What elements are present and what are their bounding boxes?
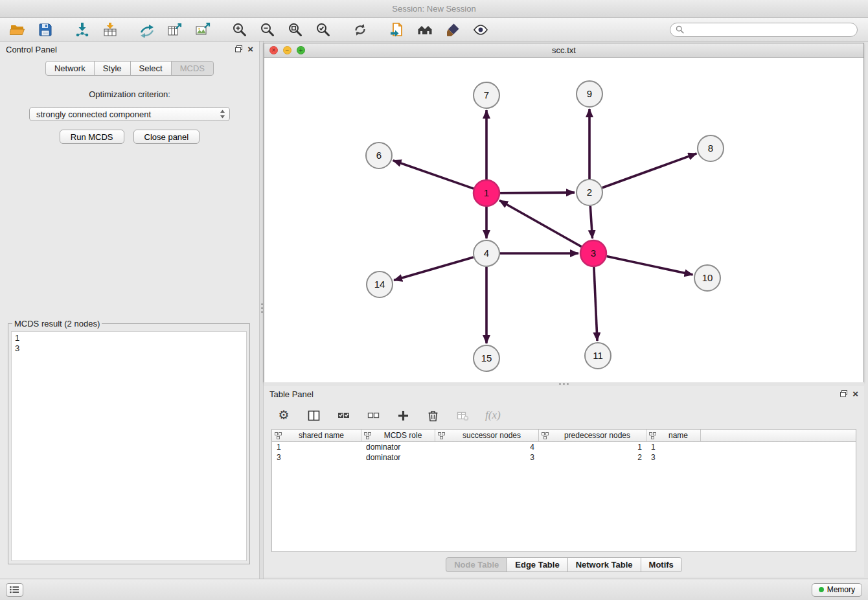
table-cell[interactable]: 1	[272, 442, 361, 452]
close-mcds-panel-button[interactable]: Close panel	[133, 130, 200, 144]
style-brush-button[interactable]	[443, 20, 463, 40]
tab-network-table[interactable]: Network Table	[567, 557, 641, 572]
edge-4-14[interactable]	[394, 257, 474, 281]
select-arrows-icon	[220, 110, 225, 119]
table-cell[interactable]: 1	[539, 442, 646, 452]
zoom-in-button[interactable]	[230, 20, 249, 40]
column-header-predecessor-nodes[interactable]: predecessor nodes	[539, 430, 646, 442]
tab-motifs[interactable]: Motifs	[641, 557, 682, 572]
network-maximize-button[interactable]: +	[297, 46, 305, 54]
graph-node-1[interactable]: 1	[474, 180, 499, 206]
network-graph[interactable]: 7968124310141511	[264, 58, 863, 382]
table-cell[interactable]: dominator	[361, 442, 435, 452]
float-panel-button[interactable]	[235, 45, 242, 54]
table-toolbar: ⚙ f(x)	[264, 402, 864, 429]
memory-button[interactable]: Memory	[812, 583, 862, 597]
home-button[interactable]	[415, 20, 435, 40]
edge-3-10[interactable]	[607, 256, 693, 275]
mcds-result-list[interactable]: 13	[11, 331, 247, 561]
edge-3-11[interactable]	[594, 267, 597, 341]
graph-node-8[interactable]: 8	[698, 135, 724, 161]
create-column-button[interactable]	[396, 408, 410, 422]
table-settings-button[interactable]: ⚙	[277, 408, 291, 422]
zoom-out-button[interactable]	[258, 20, 277, 40]
edge-2-8[interactable]	[602, 154, 697, 188]
show-columns-button[interactable]	[306, 408, 321, 422]
open-session-button[interactable]	[8, 20, 27, 40]
graph-node-9[interactable]: 9	[577, 81, 602, 107]
unselect-all-columns-button[interactable]	[366, 408, 380, 422]
search-box[interactable]	[670, 23, 858, 37]
network-minimize-button[interactable]: −	[283, 46, 291, 54]
table-cell[interactable]: 4	[435, 442, 539, 452]
graph-node-10[interactable]: 10	[694, 265, 720, 291]
control-panel: Control Panel × NetworkStyleSelectMCDS O…	[0, 41, 259, 579]
network-close-button[interactable]: ×	[269, 46, 278, 54]
mcds-result-item[interactable]: 3	[15, 343, 243, 354]
search-input[interactable]	[687, 25, 852, 34]
column-header-shared-name[interactable]: shared name	[272, 430, 361, 442]
table-cell[interactable]: 3	[646, 452, 701, 463]
tab-node-table[interactable]: Node Table	[446, 557, 507, 572]
close-table-panel-button[interactable]: ×	[852, 389, 858, 398]
edge-3-1[interactable]	[499, 200, 582, 246]
float-table-panel-button[interactable]	[840, 389, 847, 399]
graph-node-15[interactable]: 15	[474, 345, 499, 371]
zoom-fit-button[interactable]	[286, 20, 305, 40]
tab-edge-table[interactable]: Edge Table	[507, 557, 567, 572]
graph-node-2[interactable]: 2	[577, 179, 602, 205]
task-history-button[interactable]	[6, 583, 23, 597]
import-table-button[interactable]	[100, 20, 120, 40]
graph-node-14[interactable]: 14	[367, 271, 393, 297]
column-header-successor-nodes[interactable]: successor nodes	[435, 430, 539, 442]
table-cell[interactable]: 2	[539, 452, 646, 463]
column-header-mcds-role[interactable]: MCDS role	[361, 430, 435, 442]
table-tab-bar: Node TableEdge TableNetwork TableMotifs	[446, 557, 682, 572]
tab-mcds[interactable]: MCDS	[171, 61, 214, 76]
network-window-titlebar[interactable]: × − + scc.txt	[264, 43, 863, 58]
column-header-name[interactable]: name	[646, 430, 701, 442]
close-control-panel-button[interactable]: ×	[247, 45, 253, 54]
table-row[interactable]: 3dominator323	[272, 452, 856, 463]
table-row[interactable]: 1dominator411	[272, 442, 856, 452]
export-table-button[interactable]	[165, 20, 185, 40]
float-window-icon	[840, 390, 847, 397]
splitter-grip	[559, 383, 561, 385]
zoom-fit-icon	[288, 22, 303, 38]
apply-layout-button[interactable]	[350, 20, 370, 40]
delete-column-button[interactable]	[426, 408, 440, 422]
run-mcds-button[interactable]: Run MCDS	[60, 130, 124, 144]
show-hide-button[interactable]	[471, 20, 490, 40]
edge-1-6[interactable]	[393, 161, 474, 189]
snapshot-button[interactable]	[387, 20, 407, 40]
graph-node-11[interactable]: 11	[585, 343, 611, 369]
tab-select[interactable]: Select	[130, 61, 172, 76]
tab-style[interactable]: Style	[94, 61, 131, 76]
edge-2-3[interactable]	[590, 206, 592, 238]
save-session-button[interactable]	[36, 20, 55, 40]
zoom-selected-button[interactable]	[314, 20, 333, 40]
import-table-icon	[102, 22, 118, 38]
clone-network-button[interactable]	[137, 20, 157, 40]
table-cell[interactable]: 1	[646, 442, 701, 452]
tab-network[interactable]: Network	[45, 61, 95, 76]
graph-node-6[interactable]: 6	[366, 143, 392, 168]
table-cell[interactable]: dominator	[361, 452, 435, 463]
optimization-criterion-select[interactable]: strongly connected component	[29, 107, 230, 121]
graph-node-7[interactable]: 7	[474, 82, 499, 108]
graph-node-3[interactable]: 3	[580, 240, 606, 266]
export-image-button[interactable]	[193, 20, 212, 40]
import-network-button[interactable]	[73, 20, 92, 40]
table-cell[interactable]: 3	[272, 452, 361, 463]
snapshot-page-icon	[389, 22, 405, 38]
close-glyph: ×	[272, 47, 276, 54]
mcds-result-item[interactable]: 1	[15, 333, 243, 343]
select-all-columns-button[interactable]	[336, 408, 350, 422]
vertical-splitter[interactable]	[259, 41, 264, 579]
table-cell[interactable]: 3	[435, 452, 539, 463]
svg-text:1: 1	[484, 187, 489, 198]
network-canvas[interactable]: 7968124310141511	[264, 58, 863, 382]
svg-text:6: 6	[376, 150, 382, 161]
graph-node-4[interactable]: 4	[474, 240, 499, 266]
edge-1-2[interactable]	[500, 192, 575, 193]
